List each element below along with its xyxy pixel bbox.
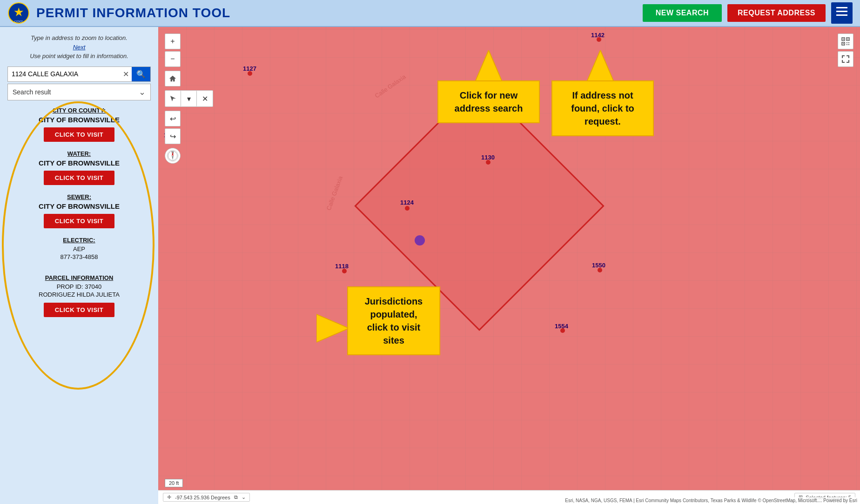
callout-request: If address notfound, click torequest. (551, 80, 654, 136)
svg-marker-22 (475, 50, 503, 83)
crosshair-icon: ✛ (167, 494, 171, 500)
svg-rect-17 (843, 43, 844, 44)
callout-jurisdictions-text: Jurisdictionspopulated,click to visitsit… (365, 296, 423, 345)
map-dot-1124 (405, 206, 410, 211)
water-value: CITY OF BROWNSVILLE (7, 159, 151, 167)
request-address-button[interactable]: REQUEST ADDRESS (727, 4, 826, 22)
sewer-visit-button[interactable]: CLICK TO VISIT (44, 214, 114, 228)
instruction-line2: Use point widget to fill in information. (30, 53, 128, 60)
sewer-label: SEWER: (7, 193, 151, 200)
zoom-out-button[interactable]: − (165, 51, 181, 67)
instruction-line1: Type in address to zoom to location. (31, 34, 128, 41)
city-county-section: CITY OR COUNTY: CITY OF BROWNSVILLE CLIC… (7, 107, 151, 144)
new-search-button[interactable]: NEW SEARCH (643, 4, 722, 22)
instruction-next-link[interactable]: Next (73, 44, 86, 51)
water-section: WATER: CITY OF BROWNSVILLE CLICK TO VISI… (7, 150, 151, 187)
svg-text:CCDOT: CCDOT (14, 20, 23, 23)
map-label-1130: 1130 (481, 154, 495, 161)
draw-select-button[interactable] (165, 91, 181, 106)
search-result-label: Search result (13, 88, 51, 96)
svg-rect-21 (848, 44, 849, 45)
hamburger-icon (836, 7, 847, 19)
svg-rect-19 (848, 42, 849, 43)
map-tools-right (838, 33, 853, 67)
coords-dropdown-icon[interactable]: ⌄ (242, 494, 246, 500)
panel-instructions: Type in address to zoom to location. Nex… (7, 33, 151, 61)
callout-jurisdictions: Jurisdictionspopulated,click to visitsit… (347, 286, 440, 355)
search-submit-button[interactable]: 🔍 (132, 67, 150, 81)
header-actions: NEW SEARCH REQUEST ADDRESS (643, 2, 853, 24)
qr-code-button[interactable] (838, 33, 853, 49)
map-label-1124: 1124 (400, 199, 414, 206)
logo: ★ CCDOT (7, 2, 30, 24)
scale-bar: 20 ft (165, 479, 183, 487)
search-input[interactable] (8, 67, 120, 81)
map-label-1550: 1550 (592, 262, 605, 269)
zoom-in-button[interactable]: + (165, 33, 181, 49)
parcel-label: PARCEL INFORMATION (7, 274, 151, 281)
scale-value: 20 ft (169, 480, 179, 486)
map-toolbar: + − ▾ ✕ ↩ ↪ N (165, 33, 213, 164)
left-panel: Type in address to zoom to location. Nex… (0, 27, 158, 504)
svg-text:★: ★ (14, 7, 24, 18)
header: ★ CCDOT PERMIT INFORMATION TOOL NEW SEAR… (0, 0, 860, 27)
svg-rect-20 (847, 44, 847, 45)
search-bar: ✕ 🔍 (7, 66, 151, 82)
electric-label: ELECTRIC: (7, 237, 151, 244)
forward-button[interactable]: ↪ (165, 128, 181, 144)
back-button[interactable]: ↩ (165, 111, 181, 126)
map-area[interactable]: Calle Galaxia Calle Galaxia 1127 1121 11… (158, 27, 860, 504)
expand-button[interactable] (838, 51, 853, 67)
arrow-request (577, 50, 624, 85)
parcel-owner: RODRIGUEZ HILDA JULIETA (7, 291, 151, 298)
search-clear-button[interactable]: ✕ (120, 67, 132, 81)
water-label: WATER: (7, 150, 151, 157)
city-county-visit-button[interactable]: CLICK TO VISIT (44, 127, 114, 142)
coordinates-display: ✛ -97.543 25.936 Degrees ⧉ ⌄ (163, 493, 250, 502)
city-county-value: CITY OF BROWNSVILLE (7, 116, 151, 124)
chevron-down-icon: ⌄ (139, 87, 146, 97)
search-icon: 🔍 (136, 70, 146, 78)
svg-rect-18 (847, 42, 847, 43)
electric-value1: AEP (7, 245, 151, 252)
compass: N (165, 148, 181, 164)
electric-value2: 877-373-4858 (7, 253, 151, 260)
svg-rect-15 (847, 39, 848, 40)
map-attribution: Esri, NASA, NGA, USGS, FEMA | Esri Commu… (562, 497, 860, 504)
svg-rect-3 (836, 7, 847, 8)
coordinates-text: -97.543 25.936 Degrees (175, 495, 230, 500)
map-label-1118: 1118 (335, 263, 349, 270)
callout-new-search: Click for newaddress search (437, 80, 540, 123)
parcel-prop-id: PROP ID: 37040 (7, 283, 151, 290)
parcel-section: PARCEL INFORMATION PROP ID: 37040 RODRIG… (7, 274, 151, 319)
draw-dropdown-button[interactable]: ▾ (181, 91, 197, 106)
search-result-dropdown[interactable]: Search result ⌄ (7, 84, 151, 100)
svg-marker-6 (170, 96, 176, 101)
sewer-section: SEWER: CITY OF BROWNSVILLE CLICK TO VISI… (7, 193, 151, 230)
page-title: PERMIT INFORMATION TOOL (36, 6, 643, 20)
parcel-visit-button[interactable]: CLICK TO VISIT (44, 303, 114, 317)
hamburger-menu-button[interactable] (831, 2, 853, 24)
water-visit-button[interactable]: CLICK TO VISIT (44, 171, 114, 185)
home-button[interactable] (165, 71, 181, 86)
svg-rect-4 (836, 11, 847, 12)
sewer-value: CITY OF BROWNSVILLE (7, 202, 151, 210)
arrow-new-search (465, 50, 512, 85)
callout-request-text: If address notfound, click torequest. (571, 90, 634, 126)
map-selected-dot (415, 235, 425, 245)
city-county-label: CITY OR COUNTY: (7, 107, 151, 114)
map-label-1554: 1554 (555, 323, 568, 330)
svg-rect-13 (843, 39, 844, 40)
svg-marker-23 (586, 50, 614, 83)
map-label-1127: 1127 (243, 65, 256, 72)
callout-new-search-text: Click for newaddress search (455, 90, 523, 113)
map-label-1142: 1142 (591, 32, 605, 39)
copy-icon[interactable]: ⧉ (234, 494, 238, 500)
draw-clear-button[interactable]: ✕ (197, 91, 213, 106)
arrow-jurisdictions (316, 305, 349, 353)
main-content: Type in address to zoom to location. Nex… (0, 27, 860, 504)
map-statusbar: ✛ -97.543 25.936 Degrees ⧉ ⌄ ⊞ Selected … (158, 490, 860, 504)
svg-rect-5 (836, 14, 847, 16)
electric-section: ELECTRIC: AEP 877-373-4858 (7, 237, 151, 260)
svg-marker-24 (316, 314, 349, 342)
